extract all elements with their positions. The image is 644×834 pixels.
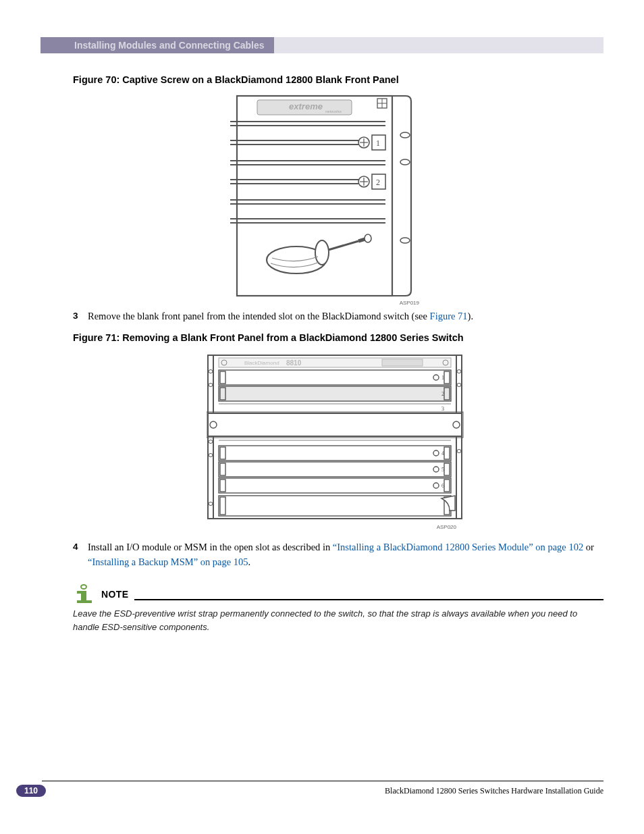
figure-71-illustration: BlackDiamond 8810	[207, 353, 470, 528]
svg-rect-52	[220, 371, 225, 384]
svg-rect-64	[219, 446, 451, 461]
step-4-text-post: .	[248, 556, 251, 567]
screwdriver-icon	[267, 234, 371, 273]
svg-rect-53	[444, 371, 450, 384]
note-label: NOTE	[101, 589, 129, 600]
svg-point-75	[433, 483, 439, 488]
svg-point-40	[209, 453, 213, 457]
document-page: Installing Modules and Connecting Cables…	[0, 0, 644, 834]
svg-rect-69	[220, 463, 225, 475]
svg-rect-70	[444, 463, 450, 475]
svg-rect-72	[219, 478, 451, 493]
figure-71-refid: ASP020	[207, 524, 470, 530]
svg-point-38	[209, 383, 213, 386]
svg-text:1: 1	[441, 375, 444, 381]
step-3: 3 Remove the blank front panel from the …	[73, 309, 603, 324]
section-header-accent	[274, 37, 603, 53]
svg-point-37	[209, 369, 213, 373]
page-content: Figure 70: Captive Screw on a BlackDiamo…	[73, 68, 603, 633]
svg-rect-76	[219, 496, 451, 516]
step-body: Install an I/O module or MSM in the open…	[88, 540, 603, 570]
step-4-mid: or	[583, 542, 594, 552]
svg-point-3	[400, 238, 410, 243]
svg-text:6: 6	[441, 483, 444, 489]
info-icon	[73, 584, 97, 604]
step-3-text-pre: Remove the blank front panel from the in…	[88, 311, 430, 321]
step-4: 4 Install an I/O module or MSM in the op…	[73, 540, 603, 570]
svg-point-35	[315, 240, 329, 265]
step-number: 4	[73, 540, 88, 570]
svg-text:networks: networks	[325, 109, 342, 113]
install-module-link[interactable]: “Installing a BlackDiamond 12800 Series …	[333, 542, 583, 552]
svg-rect-50	[382, 359, 423, 366]
note-divider	[134, 599, 604, 600]
svg-point-85	[81, 585, 86, 589]
svg-point-43	[457, 383, 461, 386]
svg-text:1: 1	[376, 138, 380, 148]
svg-point-44	[457, 449, 461, 452]
svg-point-42	[457, 369, 461, 373]
svg-text:5: 5	[441, 467, 444, 473]
svg-text:4: 4	[441, 450, 444, 457]
svg-text:2: 2	[441, 391, 444, 397]
figure-70-refid: ASP019	[230, 300, 446, 306]
brand-text: extreme	[289, 101, 323, 111]
svg-rect-77	[220, 497, 225, 515]
svg-point-39	[209, 440, 213, 443]
section-header-title: Installing Modules and Connecting Cables	[41, 37, 274, 53]
svg-point-71	[433, 467, 439, 472]
figure-71-link[interactable]: Figure 71	[430, 311, 468, 321]
svg-point-41	[209, 502, 213, 505]
note-header: NOTE	[73, 584, 603, 604]
step-4-text-pre: Install an I/O module or MSM in the open…	[88, 542, 333, 552]
note-body-text: Leave the ESD-preventive wrist strap per…	[73, 607, 603, 633]
section-header-bar: Installing Modules and Connecting Cables	[41, 37, 603, 53]
svg-text:8810: 8810	[286, 359, 302, 367]
footer-doc-title: BlackDiamond 12800 Series Switches Hardw…	[385, 786, 603, 796]
page-footer: 110 BlackDiamond 12800 Series Switches H…	[16, 785, 603, 797]
svg-text:2: 2	[376, 178, 380, 187]
step-3-text-post: ).	[468, 311, 473, 321]
step-number: 3	[73, 309, 88, 324]
figure-70-caption: Figure 70: Captive Screw on a BlackDiamo…	[73, 74, 603, 85]
svg-rect-55	[219, 386, 451, 401]
svg-text:3: 3	[441, 406, 444, 412]
svg-point-67	[433, 450, 439, 456]
step-body: Remove the blank front panel from the in…	[88, 309, 603, 324]
svg-rect-74	[444, 479, 450, 492]
figure-71-caption: Figure 71: Removing a Blank Front Panel …	[73, 332, 603, 343]
svg-rect-66	[444, 447, 450, 459]
svg-point-1	[400, 132, 410, 138]
install-backup-msm-link[interactable]: “Installing a Backup MSM” on page 105	[88, 556, 248, 567]
svg-rect-58	[208, 413, 462, 436]
svg-point-54	[433, 375, 439, 380]
svg-text:BlackDiamond: BlackDiamond	[244, 360, 279, 366]
svg-rect-65	[220, 447, 225, 459]
footer-rule	[42, 781, 603, 781]
svg-rect-73	[220, 479, 225, 492]
svg-point-33	[365, 234, 371, 242]
svg-point-2	[400, 159, 410, 165]
page-number-badge: 110	[16, 785, 46, 797]
svg-rect-68	[219, 462, 451, 477]
svg-rect-51	[219, 370, 451, 385]
figure-70-illustration: extreme networks 1	[230, 95, 446, 297]
